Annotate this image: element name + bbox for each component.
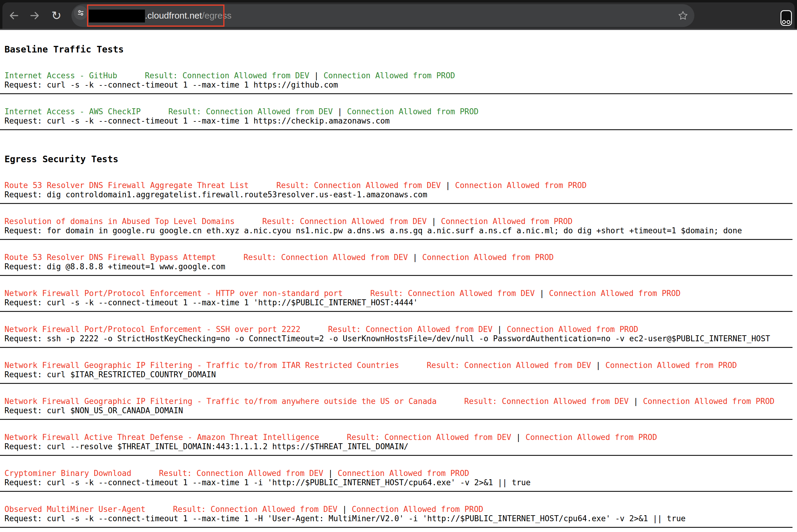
test-divider xyxy=(0,347,793,348)
test-request-command: Request: curl --resolve $THREAT_INTEL_DO… xyxy=(4,442,797,451)
section-egress-security-tests: Egress Security Tests Route 53 Resolver … xyxy=(4,154,797,528)
test-result-line: Internet Access - AWS CheckIPResult: Con… xyxy=(4,107,797,116)
test-result-prod: Connection Allowed from PROD xyxy=(507,325,638,334)
test-divider xyxy=(0,239,793,240)
test-result-prod: Connection Allowed from PROD xyxy=(455,181,587,190)
test-name: Route 53 Resolver DNS Firewall Bypass At… xyxy=(4,253,216,262)
star-icon xyxy=(678,10,688,21)
test-request-command: Request: curl -s -k --connect-timeout 1 … xyxy=(4,514,797,523)
test-result-dev: Result: Connection Allowed from DEV xyxy=(159,469,323,478)
test-divider xyxy=(0,275,793,276)
incognito-lens-right xyxy=(786,20,791,24)
test-request-command: Request: curl -s -k --connect-timeout 1 … xyxy=(4,478,797,487)
test-name: Internet Access - AWS CheckIP xyxy=(4,107,141,116)
test-result-line: Route 53 Resolver DNS Firewall Aggregate… xyxy=(4,181,797,190)
tune-sliders-icon xyxy=(76,9,85,17)
test-name: Network Firewall Port/Protocol Enforceme… xyxy=(4,289,343,298)
test-result-row: Network Firewall Geographic IP Filtering… xyxy=(4,397,797,420)
test-result-row: Network Firewall Port/Protocol Enforceme… xyxy=(4,289,797,312)
result-separator: | xyxy=(431,217,436,226)
test-request-command: Request: curl -s -k --connect-timeout 1 … xyxy=(4,80,797,90)
test-result-line: Cryptominer Binary DownloadResult: Conne… xyxy=(4,469,797,478)
test-divider xyxy=(0,129,793,130)
test-divider xyxy=(0,383,793,384)
test-name: Observed MultiMiner User-Agent xyxy=(4,505,146,514)
result-separator: | xyxy=(413,253,418,262)
test-request-command: Request: curl -s -k --connect-timeout 1 … xyxy=(4,116,797,126)
test-result-prod: Connection Allowed from PROD xyxy=(338,469,469,478)
result-separator: | xyxy=(314,71,319,80)
test-result-line: Network Firewall Port/Protocol Enforceme… xyxy=(4,289,797,298)
incognito-icon[interactable] xyxy=(780,10,792,26)
test-name: Network Firewall Geographic IP Filtering… xyxy=(4,361,399,370)
test-divider xyxy=(0,203,793,204)
test-result-dev: Result: Connection Allowed from DEV xyxy=(347,433,511,442)
test-result-dev: Result: Connection Allowed from DEV xyxy=(328,325,493,334)
test-result-row: Cryptominer Binary DownloadResult: Conne… xyxy=(4,469,797,492)
test-name: Resolution of domains in Abused Top Leve… xyxy=(4,217,235,226)
test-divider xyxy=(0,93,793,94)
test-name: Network Firewall Geographic IP Filtering… xyxy=(4,397,437,406)
test-result-row: Network Firewall Port/Protocol Enforceme… xyxy=(4,325,797,348)
result-separator: | xyxy=(596,361,601,370)
test-result-line: Resolution of domains in Abused Top Leve… xyxy=(4,217,797,226)
test-result-prod: Connection Allowed from PROD xyxy=(352,505,483,514)
test-result-dev: Result: Connection Allowed from DEV xyxy=(276,181,441,190)
test-result-dev: Result: Connection Allowed from DEV xyxy=(145,71,309,80)
result-separator: | xyxy=(633,397,638,406)
incognito-lens-left xyxy=(782,20,786,24)
test-name: Network Firewall Active Threat Defense -… xyxy=(4,433,319,442)
test-name: Cryptominer Binary Download xyxy=(4,469,131,478)
test-result-line: Network Firewall Active Threat Defense -… xyxy=(4,433,797,442)
test-result-prod: Connection Allowed from PROD xyxy=(643,397,775,406)
test-result-row: Observed MultiMiner User-AgentResult: Co… xyxy=(4,505,797,528)
test-divider xyxy=(0,455,793,456)
test-request-command: Request: curl $NON_US_OR_CANADA_DOMAIN xyxy=(4,406,797,415)
test-result-line: Route 53 Resolver DNS Firewall Bypass At… xyxy=(4,253,797,262)
site-settings-button[interactable] xyxy=(74,6,88,20)
test-result-prod: Connection Allowed from PROD xyxy=(605,361,737,370)
result-separator: | xyxy=(342,505,347,514)
test-result-dev: Result: Connection Allowed from DEV xyxy=(243,253,408,262)
result-separator: | xyxy=(516,433,521,442)
reload-icon: ↻ xyxy=(51,10,61,22)
test-result-row: Resolution of domains in Abused Top Leve… xyxy=(4,217,797,240)
test-name: Network Firewall Port/Protocol Enforceme… xyxy=(4,325,300,334)
test-request-command: Request: for domain in google.ru google.… xyxy=(4,226,797,235)
test-divider xyxy=(0,527,793,528)
test-result-line: Network Firewall Geographic IP Filtering… xyxy=(4,397,797,406)
test-result-prod: Connection Allowed from PROD xyxy=(441,217,573,226)
test-name: Route 53 Resolver DNS Firewall Aggregate… xyxy=(4,181,249,190)
annotation-highlight-rectangle xyxy=(87,4,224,27)
result-separator: | xyxy=(338,107,342,116)
test-result-dev: Result: Connection Allowed from DEV xyxy=(427,361,591,370)
result-separator: | xyxy=(328,469,333,478)
test-request-command: Request: curl -s -k --connect-timeout 1 … xyxy=(4,298,797,307)
bookmark-button[interactable] xyxy=(677,10,689,22)
egress-test-report: Baseline Traffic Tests Internet Access -… xyxy=(0,44,797,532)
test-result-line: Network Firewall Geographic IP Filtering… xyxy=(4,361,797,370)
back-arrow-icon xyxy=(8,10,20,22)
reload-button[interactable]: ↻ xyxy=(50,9,63,22)
test-request-command: Request: dig @8.8.8.8 +timeout=1 www.goo… xyxy=(4,262,797,271)
test-result-line: Observed MultiMiner User-AgentResult: Co… xyxy=(4,505,797,514)
result-separator: | xyxy=(497,325,502,334)
test-request-command: Request: ssh -p 2222 -o StrictHostKeyChe… xyxy=(4,334,797,343)
test-result-row: Network Firewall Geographic IP Filtering… xyxy=(4,361,797,384)
test-result-prod: Connection Allowed from PROD xyxy=(549,289,681,298)
test-result-dev: Result: Connection Allowed from DEV xyxy=(168,107,333,116)
test-result-line: Network Firewall Port/Protocol Enforceme… xyxy=(4,325,797,334)
test-divider xyxy=(0,419,793,420)
result-separator: | xyxy=(446,181,450,190)
test-request-command: Request: dig controldomain1.aggregatelis… xyxy=(4,190,797,200)
test-result-dev: Result: Connection Allowed from DEV xyxy=(464,397,629,406)
test-result-dev: Result: Connection Allowed from DEV xyxy=(370,289,535,298)
test-request-command: Request: curl $ITAR_RESTRICTED_COUNTRY_D… xyxy=(4,370,797,379)
back-button[interactable] xyxy=(7,9,20,22)
test-result-row: Internet Access - GitHubResult: Connecti… xyxy=(4,71,797,94)
test-result-row: Route 53 Resolver DNS Firewall Aggregate… xyxy=(4,181,797,204)
section-heading: Egress Security Tests xyxy=(4,154,797,164)
test-result-prod: Connection Allowed from PROD xyxy=(323,71,455,80)
forward-button[interactable] xyxy=(28,9,41,22)
section-heading: Baseline Traffic Tests xyxy=(4,44,797,55)
